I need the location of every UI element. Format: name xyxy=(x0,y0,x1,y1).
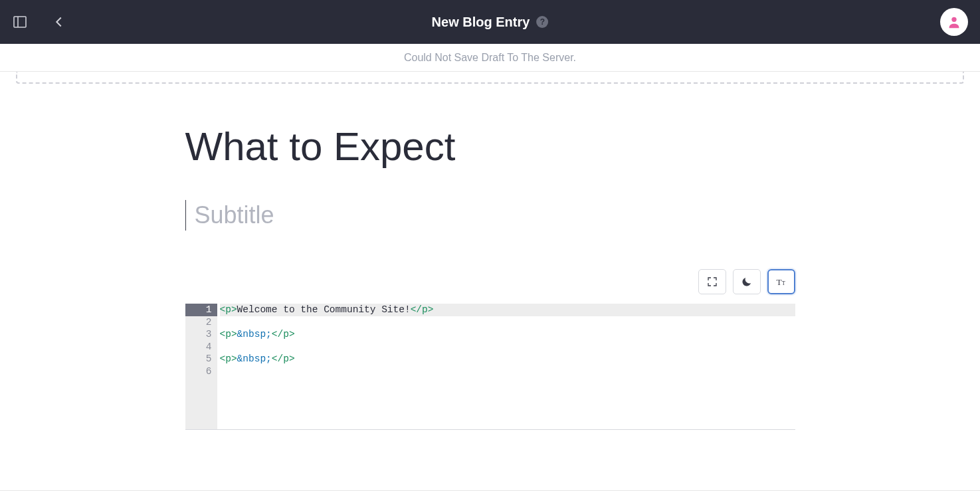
code-body[interactable]: <p>Welcome to the Community Site!</p><p>… xyxy=(217,304,795,429)
status-bar: Could Not Save Draft To The Server. xyxy=(0,44,980,72)
text-format-icon: T T xyxy=(775,275,788,288)
dark-mode-button[interactable] xyxy=(733,269,761,294)
post-title-input[interactable] xyxy=(185,124,795,169)
post-subtitle-input[interactable] xyxy=(194,201,795,229)
svg-text:T: T xyxy=(781,280,785,286)
code-line[interactable] xyxy=(220,341,795,353)
cover-image-dropzone[interactable] xyxy=(16,72,964,84)
line-number: 1 xyxy=(185,304,217,316)
code-editor-toolbar: T T xyxy=(185,269,795,294)
user-icon xyxy=(947,15,961,29)
code-editor[interactable]: 123456 <p>Welcome to the Community Site!… xyxy=(185,304,795,430)
code-gutter: 123456 xyxy=(185,304,217,429)
chevron-left-icon xyxy=(52,15,66,29)
text-view-button[interactable]: T T xyxy=(767,269,795,294)
svg-text:T: T xyxy=(776,277,781,287)
code-line[interactable] xyxy=(220,316,795,329)
moon-icon xyxy=(741,276,753,288)
help-button[interactable]: ? xyxy=(536,16,548,28)
help-icon: ? xyxy=(540,17,545,27)
expand-icon xyxy=(707,276,718,287)
line-number: 2 xyxy=(185,316,212,329)
line-number: 6 xyxy=(185,365,212,378)
header-right xyxy=(940,8,968,36)
header-title-wrap: New Blog Entry ? xyxy=(432,15,549,30)
svg-rect-0 xyxy=(14,17,26,27)
subtitle-wrap xyxy=(185,200,795,231)
code-line[interactable]: <p>&nbsp;</p> xyxy=(220,353,795,365)
status-message: Could Not Save Draft To The Server. xyxy=(404,52,576,64)
fullscreen-button[interactable] xyxy=(698,269,726,294)
svg-point-2 xyxy=(951,17,956,22)
sidebar-toggle-button[interactable] xyxy=(12,14,28,30)
back-button[interactable] xyxy=(52,15,66,29)
page-title: New Blog Entry xyxy=(432,15,530,30)
user-avatar-button[interactable] xyxy=(940,8,968,36)
header-left xyxy=(12,14,66,30)
code-line[interactable]: <p>&nbsp;</p> xyxy=(220,328,795,341)
line-number: 5 xyxy=(185,353,212,365)
code-line[interactable]: <p>Welcome to the Community Site!</p> xyxy=(220,304,795,316)
line-number: 3 xyxy=(185,328,212,341)
line-number: 4 xyxy=(185,341,212,353)
sidebar-toggle-icon xyxy=(12,14,28,30)
editor-content: T T 123456 <p>Welcome to the Community S… xyxy=(185,124,795,430)
text-cursor xyxy=(185,200,187,231)
app-header: New Blog Entry ? xyxy=(0,0,980,44)
code-line[interactable] xyxy=(220,365,795,378)
